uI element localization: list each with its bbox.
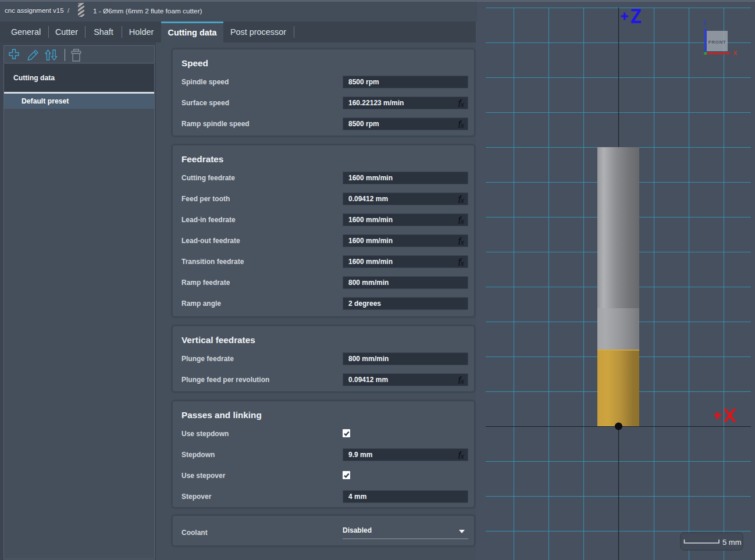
svg-text:Z: Z	[703, 19, 707, 26]
svg-text:X: X	[733, 50, 738, 56]
svg-text:FRONT: FRONT	[708, 40, 726, 45]
svg-text:5 mm: 5 mm	[722, 538, 742, 547]
